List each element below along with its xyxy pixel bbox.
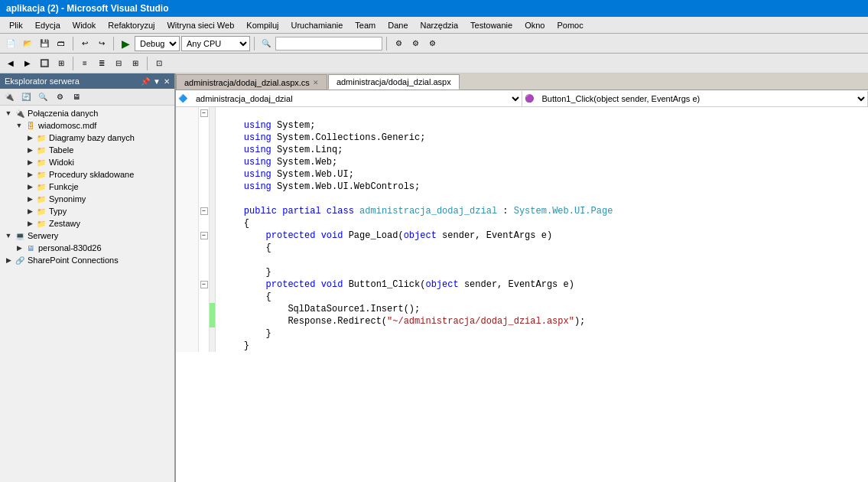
tab-aspx[interactable]: administracja/dodaj_dzial.aspx bbox=[328, 74, 460, 90]
open-file-button[interactable]: 📂 bbox=[20, 36, 35, 51]
se-title-icons: 📌 ▼ ✕ bbox=[141, 77, 170, 86]
tree-item-tabele[interactable]: ▶ 📁 Tabele bbox=[23, 144, 173, 156]
find-button[interactable]: 🔍 bbox=[258, 36, 274, 51]
nav-bar: 🔷 administracja_dodaj_dzial 🟣 Button1_Cl… bbox=[176, 90, 868, 107]
menu-item-refaktoryzuj[interactable]: Refaktoryzuj bbox=[102, 19, 161, 31]
nav-class-select[interactable]: administracja_dodaj_dzial bbox=[190, 91, 522, 106]
collapse-icon-class[interactable]: − bbox=[200, 207, 208, 215]
save-all-button[interactable]: 🗃 bbox=[54, 36, 69, 51]
tree-item-synonimy[interactable]: ▶ 📁 Synonimy bbox=[23, 193, 173, 205]
menu-item-kompiluj[interactable]: Kompiluj bbox=[240, 19, 284, 31]
code-line-15: protected void Button1_Click(object send… bbox=[222, 278, 613, 291]
find-input[interactable] bbox=[275, 37, 382, 50]
toolbar2-btn5[interactable]: ≡ bbox=[77, 56, 93, 71]
toolbar-btn-misc1[interactable]: ⚙ bbox=[391, 36, 406, 51]
expand-polaczenia-icon[interactable]: ▼ bbox=[3, 109, 14, 117]
se-close-icon[interactable]: ✕ bbox=[164, 77, 170, 86]
menu-item-dane[interactable]: Dane bbox=[382, 19, 414, 31]
server-explorer-panel: Eksplorator serwera 📌 ▼ ✕ 🔌 🔄 🔍 ⚙ 🖥 ▼ 🔌 … bbox=[0, 73, 176, 482]
tree-item-funkcje[interactable]: ▶ 📁 Funkcje bbox=[23, 181, 173, 193]
tree-item-procedury[interactable]: ▶ 📁 Procedury składowane bbox=[23, 168, 173, 181]
toolbar-separator-3 bbox=[254, 37, 255, 50]
menu-item-witryna[interactable]: Witryna sieci Web bbox=[161, 19, 240, 31]
tree-item-widoki[interactable]: ▶ 📁 Widoki bbox=[23, 156, 173, 168]
expand-diagramy-icon[interactable]: ▶ bbox=[24, 134, 35, 142]
expand-synonimy-icon[interactable]: ▶ bbox=[24, 195, 35, 203]
menu-item-narzedzia[interactable]: Narzędzia bbox=[414, 19, 465, 31]
new-file-button[interactable]: 📄 bbox=[3, 36, 18, 51]
start-debug-button[interactable]: ▶ bbox=[118, 36, 133, 51]
redo-button[interactable]: ↪ bbox=[94, 36, 109, 51]
tree-item-polaczenia[interactable]: ▼ 🔌 Połączenia danych bbox=[2, 107, 173, 119]
menu-item-plik[interactable]: Plik bbox=[3, 19, 29, 31]
se-server-button[interactable]: 🖥 bbox=[69, 90, 84, 105]
toolbar2-btn3[interactable]: 🔲 bbox=[37, 56, 52, 71]
toolbar2-btn2[interactable]: ▶ bbox=[20, 56, 35, 71]
undo-button[interactable]: ↩ bbox=[77, 36, 93, 51]
code-line-1 bbox=[222, 107, 613, 119]
tree-item-wiadomosc[interactable]: ▼ 🗄 wiadomosc.mdf bbox=[12, 119, 173, 132]
expand-wiadomosc-icon[interactable]: ▼ bbox=[14, 122, 24, 129]
expand-typy-icon[interactable]: ▶ bbox=[24, 207, 35, 215]
toolbar2-btn1[interactable]: ◀ bbox=[3, 56, 18, 71]
tree-item-sharepoint[interactable]: ▶ 🔗 SharePoint Connections bbox=[2, 254, 173, 266]
tree-item-personal[interactable]: ▶ 🖥 personal-830d26 bbox=[12, 242, 173, 254]
debug-config-select[interactable]: Debug bbox=[135, 36, 180, 51]
se-refresh-button[interactable]: 🔄 bbox=[18, 90, 34, 105]
tree-item-serwery[interactable]: ▼ 💻 Serwery bbox=[2, 230, 173, 242]
code-line-9: public partial class administracja_dodaj… bbox=[222, 205, 613, 217]
code-line-16: { bbox=[222, 291, 613, 303]
menu-item-pomoc[interactable]: Pomoc bbox=[551, 19, 589, 31]
nav-method-select[interactable]: Button1_Click(object sender, EventArgs e… bbox=[536, 91, 869, 106]
tree-item-diagramy[interactable]: ▶ 📁 Diagramy bazy danych bbox=[23, 132, 173, 144]
menu-item-uruchamianie[interactable]: Uruchamianie bbox=[284, 19, 349, 31]
main-toolbar: 📄 📂 💾 🗃 ↩ ↪ ▶ Debug Any CPU 🔍 ⚙ ⚙ ⚙ bbox=[0, 34, 868, 54]
code-line-8 bbox=[222, 193, 613, 205]
menu-item-widok[interactable]: Widok bbox=[67, 19, 102, 31]
se-tree: ▼ 🔌 Połączenia danych ▼ 🗄 wiadomosc.mdf … bbox=[0, 106, 174, 482]
code-line-7: using System.Web.UI.WebControls; bbox=[222, 181, 613, 193]
expand-procedury-icon[interactable]: ▶ bbox=[24, 171, 35, 178]
expand-funkcje-icon[interactable]: ▶ bbox=[24, 183, 35, 191]
tab-cs[interactable]: administracja/dodaj_dzial.aspx.cs ✕ bbox=[176, 74, 327, 90]
menu-item-okno[interactable]: Okno bbox=[519, 19, 551, 31]
expand-zestawy-icon[interactable]: ▶ bbox=[24, 220, 35, 227]
se-pin-icon[interactable]: 📌 bbox=[141, 77, 150, 86]
menu-item-edycja[interactable]: Edycja bbox=[29, 19, 67, 31]
main-layout: Eksplorator serwera 📌 ▼ ✕ 🔌 🔄 🔍 ⚙ 🖥 ▼ 🔌 … bbox=[0, 73, 868, 482]
code-content[interactable]: using System; using System.Collections.G… bbox=[216, 107, 619, 352]
expand-serwery-icon[interactable]: ▼ bbox=[3, 232, 14, 239]
save-button[interactable]: 💾 bbox=[37, 36, 52, 51]
widoki-label: Widoki bbox=[49, 158, 74, 167]
toolbar2-btn8[interactable]: ⊞ bbox=[128, 56, 143, 71]
collapse-icon-using[interactable]: − bbox=[200, 109, 208, 117]
se-filter-button[interactable]: 🔍 bbox=[35, 90, 50, 105]
sharepoint-icon: 🔗 bbox=[14, 255, 26, 265]
se-properties-button[interactable]: ⚙ bbox=[52, 90, 67, 105]
tree-item-typy[interactable]: ▶ 📁 Typy bbox=[23, 205, 173, 217]
se-arrow-icon[interactable]: ▼ bbox=[153, 77, 161, 86]
expand-personal-icon[interactable]: ▶ bbox=[14, 244, 24, 252]
code-view[interactable]: − − − bbox=[176, 107, 868, 482]
toolbar2-btn6[interactable]: ≣ bbox=[94, 56, 109, 71]
toolbar2-btn7[interactable]: ⊟ bbox=[111, 56, 126, 71]
cpu-config-select[interactable]: Any CPU bbox=[181, 36, 250, 51]
menu-item-testowanie[interactable]: Testowanie bbox=[464, 19, 519, 31]
se-connect-button[interactable]: 🔌 bbox=[2, 90, 17, 105]
expand-widoki-icon[interactable]: ▶ bbox=[24, 158, 35, 166]
expand-sharepoint-icon[interactable]: ▶ bbox=[3, 256, 14, 264]
gutter-column bbox=[210, 107, 216, 352]
tab-cs-close-icon[interactable]: ✕ bbox=[313, 79, 319, 86]
collapse-icon-pageload[interactable]: − bbox=[200, 232, 208, 239]
collapse-icon-button1[interactable]: − bbox=[200, 281, 208, 288]
procedury-icon: 📁 bbox=[35, 169, 47, 180]
expand-tabele-icon[interactable]: ▶ bbox=[24, 146, 35, 154]
toolbar-btn-misc3[interactable]: ⚙ bbox=[424, 36, 440, 51]
menu-item-team[interactable]: Team bbox=[349, 19, 382, 31]
toolbar2-btn4[interactable]: ⊞ bbox=[54, 56, 69, 71]
wiadomosc-icon: 🗄 bbox=[24, 120, 37, 131]
toolbar2-btn9[interactable]: ⊡ bbox=[151, 56, 167, 71]
toolbar-separator-2 bbox=[113, 37, 114, 50]
tree-item-zestawy[interactable]: ▶ 📁 Zestawy bbox=[23, 217, 173, 230]
toolbar-btn-misc2[interactable]: ⚙ bbox=[408, 36, 423, 51]
